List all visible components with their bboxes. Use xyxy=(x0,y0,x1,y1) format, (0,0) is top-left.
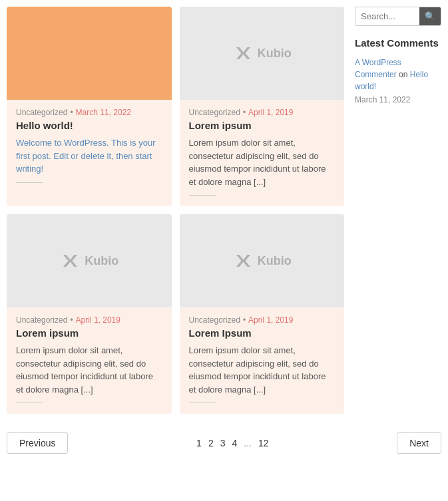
post-date: April 1, 2019 xyxy=(76,315,120,325)
post-card: Uncategorized • March 11, 2022 Hello wor… xyxy=(7,7,172,206)
pagination-wrapper: Previous 1 2 3 4 ... 12 Next xyxy=(0,426,448,460)
post-excerpt: Welcome to WordPress. This is your first… xyxy=(7,136,172,176)
post-date: April 1, 2019 xyxy=(248,108,293,117)
post-title[interactable]: Lorem ipsum xyxy=(7,327,172,339)
post-excerpt: Lorem ipsum dolor sit amet, consectetur … xyxy=(7,344,172,396)
pagination-numbers: 1 2 3 4 ... 12 xyxy=(196,438,268,448)
post-meta: Uncategorized • April 1, 2019 xyxy=(180,315,345,325)
post-meta: Uncategorized • April 1, 2019 xyxy=(7,315,172,325)
page-num-3[interactable]: 3 xyxy=(220,438,226,448)
post-divider xyxy=(189,195,216,196)
kubio-icon xyxy=(232,43,252,63)
kubio-icon xyxy=(232,251,252,271)
page-num-2[interactable]: 2 xyxy=(208,438,214,448)
comment-item: A WordPress Commenter on Hello world! Ma… xyxy=(355,57,441,106)
kubio-text: Kubio xyxy=(258,47,292,61)
pagination-next-button[interactable]: Next xyxy=(397,432,441,454)
post-card: Kubio Uncategorized • April 1, 2019 Lore… xyxy=(180,214,345,414)
kubio-text: Kubio xyxy=(85,254,118,268)
post-divider xyxy=(189,403,216,403)
post-title[interactable]: Lorem ipsum xyxy=(180,120,345,131)
post-title[interactable]: Hello world! xyxy=(7,120,172,131)
kubio-icon xyxy=(59,251,79,271)
search-input[interactable] xyxy=(355,8,419,25)
post-thumbnail-kubio: Kubio xyxy=(7,214,172,307)
post-meta: Uncategorized • March 11, 2022 xyxy=(7,108,172,117)
post-meta: Uncategorized • April 1, 2019 xyxy=(180,108,345,117)
dot: • xyxy=(243,108,246,117)
comment-on-word: on xyxy=(399,70,407,79)
post-divider xyxy=(16,182,43,183)
page-wrapper: Uncategorized • March 11, 2022 Hello wor… xyxy=(0,0,448,420)
main-content: Uncategorized • March 11, 2022 Hello wor… xyxy=(7,7,344,414)
search-box: 🔍 xyxy=(355,7,441,26)
post-card: Kubio Uncategorized • April 1, 2019 Lore… xyxy=(7,214,172,414)
post-date: March 11, 2022 xyxy=(76,108,131,117)
kubio-logo: Kubio xyxy=(59,251,118,271)
page-num-1[interactable]: 1 xyxy=(196,438,202,448)
post-thumbnail-kubio: Kubio xyxy=(180,7,345,100)
dot: • xyxy=(243,315,246,325)
post-excerpt: Lorem ipsum dolor sit amet, consectetur … xyxy=(180,344,345,396)
post-thumbnail-kubio: Kubio xyxy=(180,214,345,307)
post-excerpt: Lorem ipsum dolor sit amet, consectetur … xyxy=(180,136,345,188)
kubio-logo: Kubio xyxy=(232,43,292,63)
comment-date: March 11, 2022 xyxy=(355,94,441,106)
pagination-prev-button[interactable]: Previous xyxy=(7,432,68,454)
post-thumbnail-orange xyxy=(7,7,172,100)
page-dots: ... xyxy=(244,438,252,448)
dot: • xyxy=(70,108,73,117)
page-num-4[interactable]: 4 xyxy=(232,438,238,448)
latest-comments-title: Latest Comments xyxy=(355,37,441,50)
post-divider xyxy=(16,403,43,403)
kubio-text: Kubio xyxy=(258,254,292,268)
post-category: Uncategorized xyxy=(189,315,240,325)
post-category: Uncategorized xyxy=(16,108,67,117)
comment-author[interactable]: A WordPress Commenter xyxy=(355,58,401,79)
posts-grid: Uncategorized • March 11, 2022 Hello wor… xyxy=(7,7,344,414)
post-category: Uncategorized xyxy=(16,315,67,325)
post-category: Uncategorized xyxy=(189,108,240,117)
search-button[interactable]: 🔍 xyxy=(419,7,441,25)
kubio-logo: Kubio xyxy=(232,251,292,271)
post-date: April 1, 2019 xyxy=(248,315,293,325)
page-num-12[interactable]: 12 xyxy=(258,438,269,448)
post-card: Kubio Uncategorized • April 1, 2019 Lore… xyxy=(180,7,345,206)
post-title[interactable]: Lorem Ipsum xyxy=(180,327,345,339)
dot: • xyxy=(70,315,73,325)
sidebar: 🔍 Latest Comments A WordPress Commenter … xyxy=(355,7,441,414)
